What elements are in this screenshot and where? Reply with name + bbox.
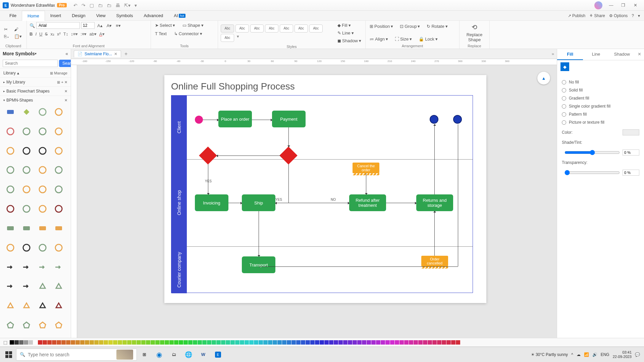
font-color-icon[interactable]: A▾ (99, 32, 105, 37)
transparency-value[interactable] (623, 170, 639, 176)
palette-shape[interactable] (5, 320, 16, 330)
color-swatch[interactable] (38, 340, 42, 345)
decrease-font-icon[interactable]: A▾ (105, 22, 113, 29)
increase-font-icon[interactable]: A▴ (96, 22, 104, 29)
help-icon[interactable]: ? (632, 13, 634, 18)
color-swatch[interactable] (259, 340, 263, 345)
options-button[interactable]: ⚙ Options (609, 13, 628, 18)
color-swatch[interactable] (273, 340, 277, 345)
palette-shape[interactable] (37, 184, 48, 195)
palette-shape[interactable] (37, 281, 48, 292)
bpmn-section[interactable]: ▾BPMN-Shapes ✕ (0, 96, 71, 105)
connector[interactable] (252, 120, 272, 120)
transport-box[interactable]: Transport (242, 256, 275, 273)
color-swatch[interactable] (188, 340, 193, 345)
open-icon[interactable]: 🗀 (98, 3, 103, 8)
expand-canvas-icon[interactable]: » (552, 51, 554, 56)
palette-shape[interactable] (21, 126, 32, 137)
color-swatch[interactable] (216, 340, 221, 345)
color-swatch[interactable] (367, 340, 371, 345)
task-view-icon[interactable]: ⊞ (137, 348, 152, 361)
palette-shape[interactable] (21, 242, 32, 253)
taskbar-search[interactable]: 🔍 (16, 349, 137, 361)
symbol-search-button[interactable]: Search (59, 60, 71, 67)
color-swatch[interactable] (99, 340, 103, 345)
color-swatch[interactable] (235, 340, 239, 345)
menu-advanced[interactable]: Advanced (138, 11, 168, 21)
connector[interactable] (228, 203, 242, 203)
palette-shape[interactable] (21, 107, 32, 117)
diagram-title[interactable]: Online Full Shopping Process (171, 81, 486, 92)
fill-opt-single-gradient[interactable]: Single color gradient fill (562, 104, 639, 109)
position-button[interactable]: ⊞ Position▾ (368, 23, 394, 29)
color-swatch[interactable] (104, 340, 108, 345)
color-swatch[interactable] (428, 340, 432, 345)
window-minimize-button[interactable]: — (605, 3, 617, 8)
library-manage[interactable]: ⊞ Manage (50, 71, 67, 75)
color-swatch[interactable] (122, 340, 127, 345)
fill-tab[interactable]: Fill (557, 49, 583, 60)
palette-shape[interactable] (37, 262, 48, 273)
color-swatch[interactable] (19, 340, 23, 345)
place-order-box[interactable]: Place an order (218, 111, 252, 127)
line-button[interactable]: ✎ Line▾ (336, 30, 363, 36)
lane-shop[interactable]: Online shop (171, 159, 187, 246)
canvas[interactable]: Online Full Shopping Process Client Onli… (77, 65, 557, 338)
color-swatch[interactable] (80, 340, 85, 345)
color-swatch[interactable] (127, 340, 131, 345)
color-swatch[interactable] (418, 340, 423, 345)
palette-shape[interactable] (5, 281, 16, 292)
color-swatch[interactable] (315, 340, 319, 345)
undo-icon[interactable]: ↶ (73, 3, 77, 8)
color-swatch[interactable] (160, 340, 164, 345)
payment-box[interactable]: Payment (272, 111, 306, 127)
line-spacing-icon[interactable]: ↕≡▾ (71, 32, 78, 37)
palette-shape[interactable] (21, 165, 32, 175)
print-icon[interactable]: 🖶 (115, 3, 120, 8)
color-swatch[interactable] (230, 340, 235, 345)
lane-courier[interactable]: Courier company (171, 246, 187, 293)
color-swatch[interactable] (90, 340, 94, 345)
copy-icon[interactable]: ⎘▾ (3, 33, 11, 40)
style-preset[interactable]: Abc (235, 24, 249, 33)
color-swatch[interactable] (169, 340, 174, 345)
tray-cloud-icon[interactable]: ☁ (577, 352, 581, 357)
shape-tool[interactable]: ▭ Shape▾ (181, 22, 205, 28)
palette-shape[interactable] (37, 145, 48, 156)
color-swatch[interactable] (291, 340, 296, 345)
palette-shape[interactable] (21, 262, 32, 273)
color-swatch[interactable] (385, 340, 390, 345)
style-preset[interactable]: Abc (294, 24, 308, 33)
palette-shape[interactable] (21, 281, 32, 292)
palette-shape[interactable] (5, 242, 16, 253)
share-icon[interactable]: ⇱▾ (124, 3, 130, 8)
color-swatch[interactable] (320, 340, 324, 345)
color-swatch[interactable] (282, 340, 286, 345)
italic-button[interactable]: I (35, 32, 37, 37)
color-swatch[interactable] (66, 340, 70, 345)
fill-mode-icon[interactable]: ◆ (560, 62, 569, 71)
menu-view[interactable]: View (91, 11, 111, 21)
library-icons[interactable]: ⊞ + ✕ (57, 80, 67, 84)
color-swatch[interactable] (376, 340, 380, 345)
color-swatch[interactable] (437, 340, 441, 345)
publish-button[interactable]: ↗ Publish (568, 13, 586, 18)
refund-box[interactable]: Refund after treatment (349, 194, 386, 211)
fill-opt-pattern[interactable]: Pattern fill (562, 112, 639, 117)
bold-button[interactable]: B (30, 32, 33, 37)
palette-shape[interactable] (37, 107, 48, 117)
fill-opt-gradient[interactable]: Gradient fill (562, 96, 639, 101)
symbol-search-input[interactable] (3, 60, 58, 67)
add-tab-icon[interactable]: + (124, 51, 127, 57)
color-swatch[interactable] (179, 340, 183, 345)
text-tool[interactable]: T Text (154, 31, 168, 37)
color-swatch[interactable] (451, 340, 455, 345)
returns-box[interactable]: Returns and storage (416, 194, 453, 211)
color-swatch[interactable] (151, 340, 155, 345)
notifications-icon[interactable]: 💬 (635, 352, 640, 357)
palette-shape[interactable] (21, 223, 32, 234)
palette-shape[interactable] (5, 203, 16, 214)
more-icon[interactable]: ▾ (135, 3, 137, 8)
color-swatch[interactable] (442, 340, 446, 345)
underline-button[interactable]: U (39, 32, 42, 37)
